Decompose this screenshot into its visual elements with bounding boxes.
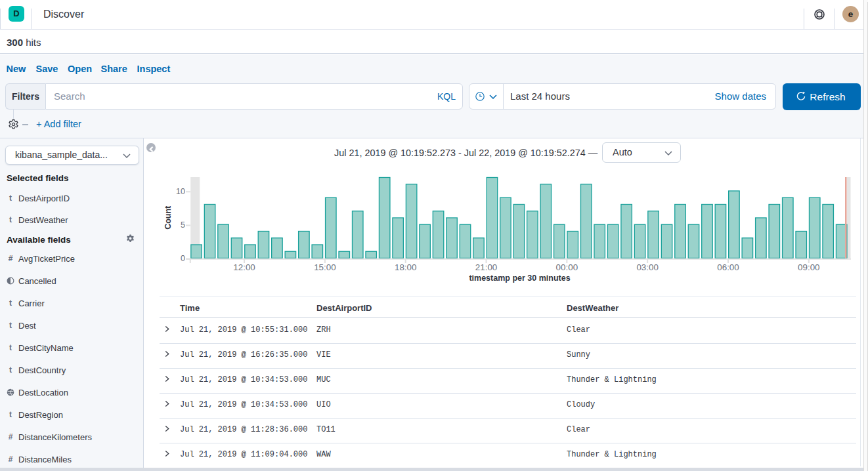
svg-text:12:00: 12:00 bbox=[233, 262, 255, 272]
svg-text:06:00: 06:00 bbox=[717, 262, 739, 272]
svg-text:09:00: 09:00 bbox=[798, 262, 820, 272]
svg-text:03:00: 03:00 bbox=[636, 262, 659, 272]
svg-text:10: 10 bbox=[176, 187, 185, 196]
svg-text:timestamp per 30 minutes: timestamp per 30 minutes bbox=[469, 274, 570, 283]
svg-text:5: 5 bbox=[181, 220, 185, 230]
svg-text:0: 0 bbox=[181, 254, 185, 263]
svg-text:Count: Count bbox=[163, 205, 173, 230]
svg-text:00:00: 00:00 bbox=[556, 262, 578, 272]
svg-text:21:00: 21:00 bbox=[475, 262, 498, 272]
svg-text:15:00: 15:00 bbox=[314, 262, 336, 272]
svg-text:18:00: 18:00 bbox=[395, 262, 417, 272]
